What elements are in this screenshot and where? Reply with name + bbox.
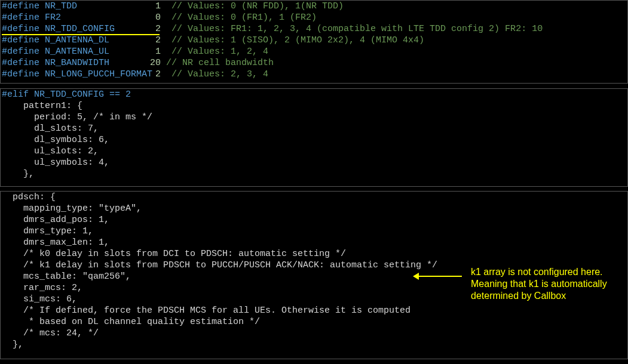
code-line: * based on DL channel quality estimation… bbox=[1, 316, 627, 328]
arrow-line bbox=[417, 276, 462, 277]
code-line: ul_slots: 2, bbox=[1, 146, 627, 157]
pdsch-panel: pdsch: { mapping_type: "typeA", dmrs_add… bbox=[0, 191, 628, 359]
code-line: pdsch: { bbox=[1, 192, 627, 203]
annotation-text: k1 array is not configured here. Meaning… bbox=[471, 266, 620, 302]
code-line: dl_symbols: 6, bbox=[1, 134, 627, 146]
define-row: #define NR_BANDWIDTH20 // NR cell bandwi… bbox=[1, 57, 627, 69]
code-line: dl_slots: 7, bbox=[1, 123, 627, 134]
code-line: ul_symbols: 4, bbox=[1, 157, 627, 168]
code-line: }, bbox=[1, 339, 627, 350]
code-line: period: 5, /* in ms */ bbox=[1, 112, 627, 123]
define-row: #define FR20 // Values: 0 (FR1), 1 (FR2) bbox=[1, 12, 627, 23]
code-line: mapping_type: "typeA", bbox=[1, 203, 627, 214]
define-row: #define NR_LONG_PUCCH_FORMAT2 // Values:… bbox=[1, 69, 627, 80]
code-line: /* mcs: 24, */ bbox=[1, 328, 627, 339]
code-line: dmrs_max_len: 1, bbox=[1, 237, 627, 248]
code-line: /* If defined, force the PDSCH MCS for a… bbox=[1, 305, 627, 316]
define-row: #define N_ANTENNA_UL1 // Values: 1, 2, 4 bbox=[1, 46, 627, 57]
code-line: pattern1: { bbox=[1, 100, 627, 112]
code-line: }, bbox=[1, 168, 627, 180]
defines-panel: #define NR_TDD1 // Values: 0 (NR FDD), 1… bbox=[0, 0, 628, 84]
define-row: #define NR_TDD1 // Values: 0 (NR FDD), 1… bbox=[1, 1, 627, 12]
define-row: #define N_ANTENNA_DL2 // Values: 1 (SISO… bbox=[1, 35, 627, 46]
pattern-panel: #elif NR_TDD_CONFIG == 2 pattern1: { per… bbox=[0, 88, 628, 187]
code-line: /* k0 delay in slots from DCI to PDSCH: … bbox=[1, 248, 627, 260]
define-row: #define NR_TDD_CONFIG2 // Values: FR1: 1… bbox=[1, 23, 627, 35]
elif-line: #elif NR_TDD_CONFIG == 2 bbox=[1, 89, 627, 100]
code-line: dmrs_type: 1, bbox=[1, 226, 627, 237]
code-line: dmrs_add_pos: 1, bbox=[1, 214, 627, 226]
arrow-head-icon bbox=[413, 273, 419, 280]
highlight-underline bbox=[2, 34, 160, 35]
